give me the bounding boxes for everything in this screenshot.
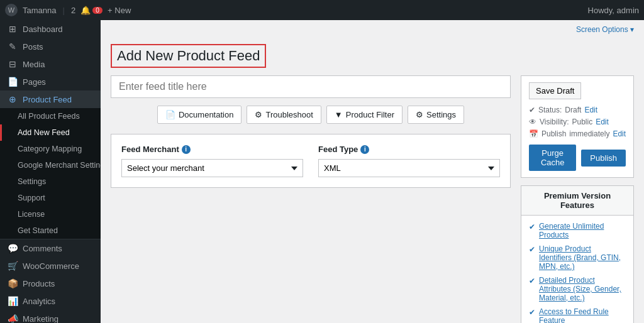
- purge-cache-button[interactable]: Purge Cache: [529, 145, 576, 171]
- sidebar-item-analytics[interactable]: 📊 Analytics: [0, 292, 101, 310]
- publish-edit-link[interactable]: Edit: [613, 129, 626, 138]
- submenu-item-license[interactable]: License: [0, 206, 101, 222]
- admin-bar-left: W Tamanna | 2 🔔 0 + New: [5, 4, 586, 16]
- howdy-text: Howdy, admin: [588, 6, 639, 15]
- site-name[interactable]: Tamanna: [23, 6, 56, 15]
- sidebar-item-dashboard[interactable]: ⊞ Dashboard: [0, 20, 101, 38]
- feed-settings-panel: Feed Merchant i Select your merchant Fee…: [111, 134, 511, 188]
- visibility-value: Public: [572, 118, 592, 126]
- troubleshoot-button[interactable]: ⚙ Troubleshoot: [247, 106, 321, 124]
- check-icon: ✔: [529, 308, 535, 317]
- documentation-button[interactable]: 📄 Documentation: [157, 106, 242, 124]
- media-icon: ⊟: [8, 59, 18, 69]
- feed-title-input[interactable]: [111, 75, 511, 98]
- documentation-icon: 📄: [165, 110, 175, 119]
- admin-bar-right: Howdy, admin: [588, 6, 639, 15]
- submenu-item-all-feeds[interactable]: All Product Feeds: [0, 108, 101, 124]
- sidebar-label-woocommerce: WooCommerce: [23, 261, 79, 271]
- submenu-label-license: License: [18, 210, 45, 219]
- visibility-row: 👁 Visibility: Public Edit: [529, 118, 626, 126]
- submenu-label-settings: Settings: [18, 177, 46, 186]
- settings-label: Settings: [426, 110, 456, 119]
- sidebar-item-media[interactable]: ⊟ Media: [0, 55, 101, 73]
- status-icon: ✔: [529, 106, 535, 114]
- status-label: Status:: [538, 106, 562, 114]
- sidebar-label-posts: Posts: [23, 42, 43, 52]
- updates-badge[interactable]: 🔔 0: [80, 6, 103, 15]
- publish-meta: ✔ Status: Draft Edit 👁 Visibility: Publi…: [529, 106, 626, 138]
- new-button[interactable]: + New: [108, 6, 131, 15]
- submenu-item-add-new[interactable]: Add New Feed: [0, 124, 101, 141]
- sidebar-label-analytics: Analytics: [23, 297, 55, 306]
- submenu-item-category-mapping[interactable]: Category Mapping: [0, 141, 101, 157]
- feed-type-select[interactable]: XML CSV TSV JSON: [318, 159, 500, 177]
- troubleshoot-label: Troubleshoot: [265, 110, 313, 119]
- sidebar-item-product-feed[interactable]: ⊕ Product Feed: [0, 90, 101, 108]
- calendar-icon: 📅: [529, 129, 538, 138]
- publish-value: immediately: [569, 129, 609, 138]
- toolbar: 📄 Documentation ⚙ Troubleshoot ▼ Product…: [111, 106, 511, 124]
- sidebar-item-pages[interactable]: 📄 Pages: [0, 73, 101, 90]
- premium-feature-link[interactable]: Detailed Product Attributes (Size, Gende…: [539, 276, 626, 302]
- submenu-item-google-merchant[interactable]: Google Merchant Settings: [0, 157, 101, 173]
- submenu-label-category-mapping: Category Mapping: [18, 145, 82, 153]
- submenu-item-settings[interactable]: Settings: [0, 173, 101, 190]
- product-filter-label: Product Filter: [346, 110, 394, 119]
- premium-box-body: ✔Generate Unlimited Products✔Unique Prod…: [521, 216, 633, 323]
- screen-options-button[interactable]: Screen Options ▾: [576, 25, 634, 34]
- feed-merchant-field: Feed Merchant i Select your merchant: [121, 145, 303, 177]
- visibility-edit-link[interactable]: Edit: [596, 118, 609, 126]
- sidebar-label-pages: Pages: [23, 77, 46, 87]
- sidebar-item-marketing[interactable]: 📣 Marketing: [0, 310, 101, 323]
- sidebar-label-dashboard: Dashboard: [23, 25, 63, 34]
- submenu-label-google-merchant: Google Merchant Settings: [18, 161, 101, 170]
- sidebar-label-comments: Comments: [23, 244, 62, 253]
- status-value: Draft: [565, 106, 581, 114]
- wp-logo-icon[interactable]: W: [5, 4, 18, 16]
- main-content: Screen Options ▾ Add New Product Feed 📄 …: [101, 20, 644, 323]
- editor-area: 📄 Documentation ⚙ Troubleshoot ▼ Product…: [111, 75, 634, 323]
- product-feed-icon: ⊕: [8, 94, 18, 104]
- admin-bar: W Tamanna | 2 🔔 0 + New Howdy, admin: [0, 0, 644, 20]
- woocommerce-icon: 🛒: [8, 261, 18, 271]
- save-draft-button[interactable]: Save Draft: [529, 82, 581, 99]
- editor-sidebar: Save Draft ✔ Status: Draft Edit 👁: [521, 75, 634, 323]
- content-area: Add New Product Feed 📄 Documentation ⚙ T…: [101, 39, 644, 323]
- pages-icon: 📄: [8, 77, 18, 87]
- analytics-icon: 📊: [8, 296, 18, 306]
- documentation-label: Documentation: [179, 110, 233, 119]
- check-icon: ✔: [529, 222, 535, 231]
- settings-button[interactable]: ⚙ Settings: [408, 106, 464, 124]
- publish-label: Publish: [541, 129, 566, 138]
- premium-feature-link[interactable]: Access to Feed Rule Feature: [539, 307, 626, 323]
- sidebar-item-comments[interactable]: 💬 Comments: [0, 239, 101, 257]
- visibility-label: Visibility:: [540, 118, 569, 126]
- sidebar-label-media: Media: [23, 60, 45, 69]
- feed-merchant-info-icon[interactable]: i: [182, 145, 191, 154]
- settings-toolbar-icon: ⚙: [416, 110, 423, 119]
- feed-row: Feed Merchant i Select your merchant Fee…: [121, 145, 500, 177]
- publish-actions: Purge Cache Publish: [529, 145, 626, 171]
- sidebar-item-woocommerce[interactable]: 🛒 WooCommerce: [0, 257, 101, 275]
- submenu-item-support[interactable]: Support: [0, 190, 101, 206]
- publish-time-row: 📅 Publish immediately Edit: [529, 129, 626, 138]
- marketing-icon: 📣: [8, 314, 18, 323]
- premium-feature-link[interactable]: Unique Product Identifiers (Brand, GTIN,…: [539, 244, 626, 271]
- feed-merchant-select[interactable]: Select your merchant: [121, 159, 303, 177]
- feed-merchant-label: Feed Merchant i: [121, 145, 303, 154]
- status-row: ✔ Status: Draft Edit: [529, 106, 626, 114]
- premium-box: Premium Version Features ✔Generate Unlim…: [521, 185, 634, 323]
- comments-count-badge[interactable]: 2: [71, 6, 75, 15]
- sidebar-item-products[interactable]: 📦 Products: [0, 275, 101, 292]
- sidebar-item-posts[interactable]: ✎ Posts: [0, 38, 101, 55]
- submenu-item-get-started[interactable]: Get Started: [0, 222, 101, 239]
- feed-type-info-icon[interactable]: i: [360, 145, 369, 154]
- status-edit-link[interactable]: Edit: [584, 106, 597, 114]
- premium-feature-link[interactable]: Generate Unlimited Products: [539, 222, 626, 239]
- product-filter-icon: ▼: [335, 110, 343, 119]
- product-filter-button[interactable]: ▼ Product Filter: [326, 106, 402, 124]
- sidebar: ⊞ Dashboard ✎ Posts ⊟ Media 📄 Pages ⊕ Pr…: [0, 20, 101, 323]
- publish-button[interactable]: Publish: [581, 150, 626, 167]
- sidebar-label-marketing: Marketing: [23, 314, 58, 324]
- premium-feature-item: ✔Unique Product Identifiers (Brand, GTIN…: [529, 244, 626, 271]
